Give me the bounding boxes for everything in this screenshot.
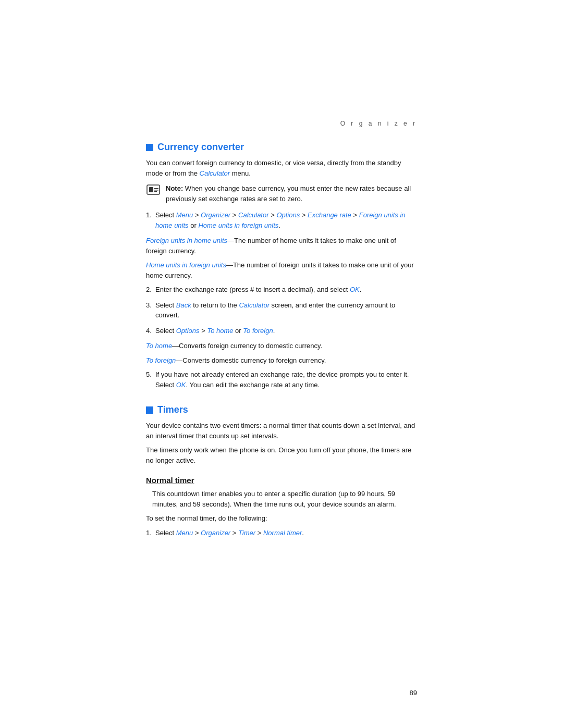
timers-step1-normaltimer-link[interactable]: Normal timer	[263, 529, 302, 537]
step1-options-link[interactable]: Options	[276, 211, 300, 219]
indent-para-3: To home—Converts foreign currency to dom…	[146, 341, 417, 351]
step1-organizer-link[interactable]: Organizer	[201, 211, 230, 219]
timers-heading: Timers	[146, 404, 417, 415]
currency-steps-list-3: 5. If you have not already entered an ex…	[146, 369, 417, 390]
section-icon-currency	[146, 144, 153, 151]
step1-calculator-link[interactable]: Calculator	[238, 211, 269, 219]
to-foreign-link[interactable]: To foreign	[146, 356, 176, 364]
currency-steps-list-2: 2. Enter the exchange rate (press # to i…	[146, 285, 417, 336]
step4-indent-block: To home—Converts foreign currency to dom…	[146, 341, 417, 365]
indent-para-2: Home units in foreign units—The number o…	[146, 260, 417, 280]
svg-rect-1	[149, 187, 153, 192]
step2-text: Enter the exchange rate (press # to inse…	[155, 286, 350, 293]
note-box: Note: When you change base currency, you…	[146, 183, 417, 204]
step4-options-link[interactable]: Options	[176, 327, 200, 335]
currency-intro-text: You can convert foreign currency to dome…	[146, 159, 401, 177]
step2-ok-link[interactable]: OK	[350, 286, 360, 293]
to-home-link[interactable]: To home	[146, 342, 172, 350]
chapter-label: O r g a n i z e r	[340, 120, 417, 127]
note-icon	[146, 184, 161, 195]
foreign-units-home-link[interactable]: Foreign units in home units	[146, 237, 227, 244]
currency-step-2: 2. Enter the exchange rate (press # to i…	[146, 285, 417, 295]
step1-text: Select	[155, 211, 176, 219]
step1-homeunits-link[interactable]: Home units in foreign units	[198, 221, 278, 229]
step4-end: .	[273, 327, 275, 335]
timers-para1: Your device contains two event timers: a…	[146, 421, 417, 441]
indent4-text: —Converts domestic currency to foreign c…	[176, 356, 326, 364]
currency-converter-heading: Currency converter	[146, 142, 417, 153]
timers-step1-end: .	[302, 529, 304, 537]
step1-exchangerate-link[interactable]: Exchange rate	[308, 211, 351, 219]
currency-intro-text2: menu.	[230, 169, 251, 177]
header-section: O r g a n i z e r	[0, 0, 563, 132]
timers-step1-text: Select	[155, 529, 176, 537]
to-set-text: To set the normal timer, do the followin…	[146, 513, 417, 524]
content-area: Currency converter You can convert forei…	[0, 142, 563, 538]
indent-para-1: Foreign units in home units—The number o…	[146, 236, 417, 256]
timers-para2: The timers only work when the phone is o…	[146, 445, 417, 465]
indent-para-4: To foreign—Converts domestic currency to…	[146, 355, 417, 366]
step3-back-link[interactable]: Back	[176, 301, 191, 309]
step3-text: Select	[155, 301, 176, 309]
step2-end: .	[360, 286, 362, 293]
currency-step-3: 3. Select Back to return to the Calculat…	[146, 300, 417, 320]
svg-rect-4	[154, 191, 157, 192]
step4-toforeign-link[interactable]: To foreign	[243, 327, 273, 335]
step4-text: Select	[155, 327, 176, 335]
calculator-link-intro[interactable]: Calculator	[200, 169, 230, 177]
section-icon-timers	[146, 406, 153, 414]
normal-timer-text: This countdown timer enables you to ente…	[146, 489, 417, 509]
step5-ok-link[interactable]: OK	[176, 381, 186, 389]
currency-step-4: 4. Select Options > To home or To foreig…	[146, 326, 417, 336]
normal-timer-heading: Normal timer	[146, 476, 417, 485]
note-text: Note: When you change base currency, you…	[166, 183, 417, 204]
step5-text2: . You can edit the exchange rate at any …	[186, 381, 320, 389]
page-container: O r g a n i z e r Currency converter You…	[0, 0, 563, 728]
step3-calculator-link[interactable]: Calculator	[239, 301, 270, 309]
timers-steps-list: 1. Select Menu > Organizer > Timer > Nor…	[146, 528, 417, 538]
currency-converter-title: Currency converter	[157, 142, 244, 153]
timers-step1-menu-link[interactable]: Menu	[176, 529, 193, 537]
step1-indent-block: Foreign units in home units—The number o…	[146, 236, 417, 280]
note-body: When you change base currency, you must …	[166, 184, 411, 203]
step3-mid: to return to the	[191, 301, 239, 309]
currency-intro-para: You can convert foreign currency to dome…	[146, 158, 417, 178]
currency-steps-list: 1. Select Menu > Organizer > Calculator …	[146, 210, 417, 230]
timers-step1-timer-link[interactable]: Timer	[238, 529, 255, 537]
timers-step-1: 1. Select Menu > Organizer > Timer > Nor…	[146, 528, 417, 538]
currency-step-1: 1. Select Menu > Organizer > Calculator …	[146, 210, 417, 230]
currency-step-5: 5. If you have not already entered an ex…	[146, 369, 417, 390]
timers-step1-organizer-link[interactable]: Organizer	[201, 529, 230, 537]
timers-title: Timers	[157, 404, 188, 415]
step1-end: .	[278, 221, 280, 229]
indent3-text: —Converts foreign currency to domestic c…	[172, 342, 322, 350]
page-number: 89	[410, 689, 417, 697]
svg-rect-2	[154, 188, 158, 189]
svg-rect-3	[154, 190, 158, 191]
note-label: Note:	[166, 184, 183, 192]
home-units-foreign-link[interactable]: Home units in foreign units	[146, 261, 226, 269]
step4-tohome-link[interactable]: To home	[207, 327, 233, 335]
step1-menu-link[interactable]: Menu	[176, 211, 193, 219]
